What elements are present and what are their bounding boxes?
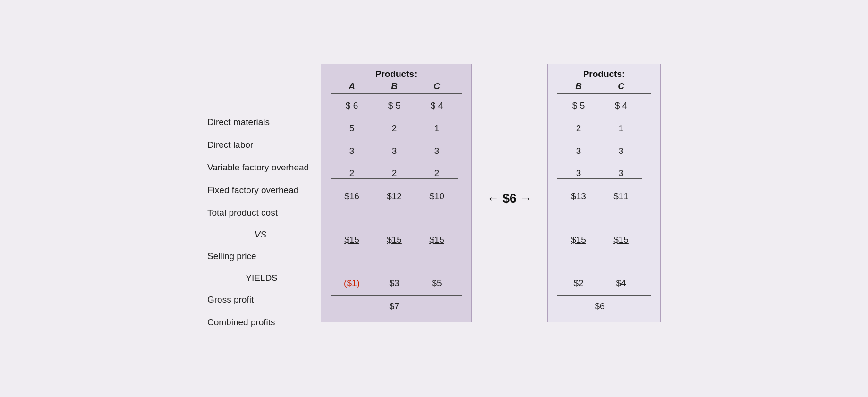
right-sp-C: $15: [600, 235, 642, 245]
right-table-block: Products: B C $ 5 $ 4 2 1 3 3 3: [547, 64, 661, 322]
label-direct-materials: Direct materials: [207, 111, 316, 134]
right-row-variable-overhead: 3 3: [557, 140, 651, 162]
left-tc-B: $12: [373, 191, 416, 202]
arrow-section: ← $6 →: [472, 191, 547, 206]
left-fo-C: 2: [416, 168, 458, 179]
right-col-C: C: [600, 81, 642, 92]
left-row-total-cost: $16 $12 $10: [331, 185, 462, 208]
left-yields-spacer: [331, 251, 462, 272]
left-gp-A: ($1): [331, 278, 373, 288]
left-row-direct-materials: $ 6 $ 5 $ 4: [331, 94, 462, 117]
right-row-total-cost: $13 $11: [557, 185, 651, 208]
right-dm-C: $ 4: [600, 101, 642, 111]
left-fo-B: 2: [373, 168, 416, 179]
left-sp-C: $15: [416, 235, 458, 245]
right-dl-C: 1: [600, 123, 642, 134]
left-vo-C: 3: [416, 146, 458, 156]
left-combined-row: $7: [331, 295, 462, 317]
right-combined-row: $6: [557, 295, 651, 317]
right-row-fixed-overhead: 3 3: [557, 162, 651, 185]
left-dl-A: 5: [331, 123, 373, 134]
label-selling-price: Selling price: [207, 245, 316, 268]
right-yields-spacer: [557, 251, 651, 272]
left-sp-A: $15: [331, 235, 373, 245]
header-spacer: [207, 64, 316, 90]
left-vo-B: 3: [373, 146, 416, 156]
right-gp-B: $2: [557, 278, 600, 288]
right-col-headers: B C: [557, 81, 651, 94]
left-table-header: Products:: [331, 64, 462, 81]
label-combined-profits: Combined profits: [207, 311, 316, 334]
left-col-B: B: [373, 81, 416, 92]
left-dm-A: $ 6: [331, 101, 373, 111]
right-dm-B: $ 5: [557, 101, 600, 111]
row-labels: Direct materials Direct labor Variable f…: [207, 64, 321, 334]
right-dl-B: 2: [557, 123, 600, 134]
left-dl-B: 2: [373, 123, 416, 134]
left-row-selling-price: $15 $15 $15: [331, 228, 462, 251]
right-fo-B: 3: [557, 168, 600, 179]
right-row-direct-labor: 2 1: [557, 117, 651, 140]
right-vo-B: 3: [557, 146, 600, 156]
right-fo-C: 3: [600, 168, 642, 179]
label-gross-profit: Gross profit: [207, 288, 316, 311]
content-row: Direct materials Direct labor Variable f…: [14, 64, 854, 334]
label-variable-factory: Variable factory overhead: [207, 156, 316, 179]
left-row-direct-labor: 5 2 1: [331, 117, 462, 140]
left-vo-A: 3: [331, 146, 373, 156]
label-yields: YIELDS: [207, 268, 316, 288]
arrow-text: ← $6 →: [487, 191, 532, 206]
left-combined-value: $7: [331, 301, 458, 312]
left-dl-C: 1: [416, 123, 458, 134]
left-sp-B: $15: [373, 235, 416, 245]
left-row-variable-overhead: 3 3 3: [331, 140, 462, 162]
left-dm-C: $ 4: [416, 101, 458, 111]
left-dm-B: $ 5: [373, 101, 416, 111]
left-col-C: C: [416, 81, 458, 92]
label-total-product-cost: Total product cost: [207, 202, 316, 224]
right-vo-C: 3: [600, 146, 642, 156]
left-table-block: Products: A B C $ 6 $ 5 $ 4 5 2 1 3 3: [321, 64, 472, 322]
right-vs-spacer: [557, 208, 651, 228]
left-tc-A: $16: [331, 191, 373, 202]
right-tc-B: $13: [557, 191, 600, 202]
left-gp-C: $5: [416, 278, 458, 288]
right-col-B: B: [557, 81, 600, 92]
right-tc-C: $11: [600, 191, 642, 202]
left-tc-C: $10: [416, 191, 458, 202]
left-col-headers: A B C: [331, 81, 462, 94]
left-vs-spacer: [331, 208, 462, 228]
label-fixed-factory: Fixed factory overhead: [207, 179, 316, 202]
left-row-fixed-overhead: 2 2 2: [331, 162, 462, 185]
right-combined-value: $6: [557, 301, 642, 312]
label-direct-labor: Direct labor: [207, 134, 316, 156]
right-row-direct-materials: $ 5 $ 4: [557, 94, 651, 117]
right-sp-B: $15: [557, 235, 600, 245]
main-container: Direct materials Direct labor Variable f…: [0, 0, 868, 397]
right-table-header: Products:: [557, 64, 651, 81]
left-row-gross-profit: ($1) $3 $5: [331, 272, 462, 295]
label-vs: VS.: [207, 224, 316, 245]
left-fo-A: 2: [331, 168, 373, 179]
col-header-spacer: [207, 90, 316, 111]
left-col-A: A: [331, 81, 373, 92]
right-gp-C: $4: [600, 278, 642, 288]
right-row-gross-profit: $2 $4: [557, 272, 651, 295]
left-gp-B: $3: [373, 278, 416, 288]
right-row-selling-price: $15 $15: [557, 228, 651, 251]
